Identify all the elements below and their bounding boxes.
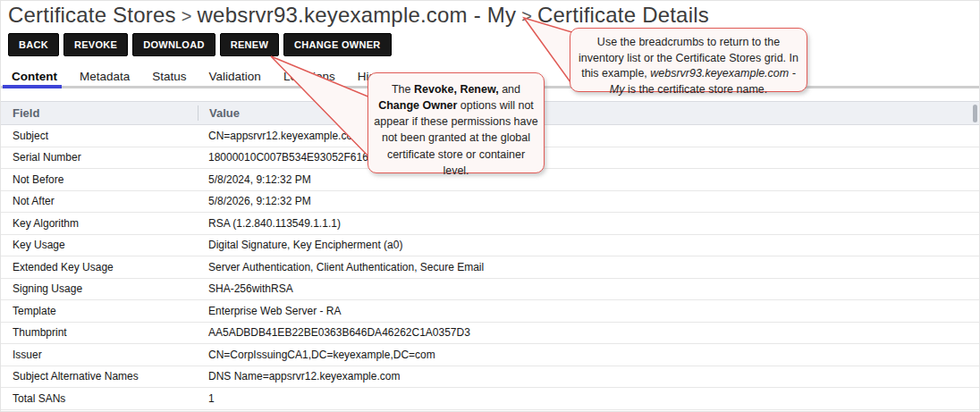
value-cell: SHA-256withRSA	[198, 282, 979, 295]
callout-breadcrumb-note: Use the breadcrumbs to return to the inv…	[570, 28, 807, 92]
callout-text-run: Revoke, Renew,	[414, 83, 499, 96]
field-cell: Total SANs	[1, 392, 198, 405]
breadcrumb: Certificate Stores>websrvr93.keyexample.…	[8, 3, 709, 28]
callout-permissions-note: The Revoke, Renew, and Change Owner opti…	[368, 72, 545, 173]
field-cell: Not After	[1, 195, 198, 207]
callout-text-run: The	[392, 83, 414, 96]
tab-bar: Content Metadata Status Validation Locat…	[10, 70, 397, 83]
table-row: IssuerCN=CorpIssuingCA1,DC=keyexample,DC…	[1, 344, 979, 366]
table-row: Key AlgorithmRSA (1.2.840.113549.1.1.1)	[1, 213, 979, 235]
field-cell: Subject	[1, 130, 198, 142]
toolbar: BACK REVOKE DOWNLOAD RENEW CHANGE OWNER	[8, 33, 392, 56]
field-cell: Template	[1, 305, 198, 317]
value-cell: CN=appsrvr12.keyexample.com	[198, 130, 979, 142]
callout-text-run: Change Owner	[378, 99, 457, 112]
revoke-button[interactable]: REVOKE	[63, 33, 128, 56]
breadcrumb-separator: >	[176, 6, 198, 26]
table-row: TemplateEnterprise Web Server - RA	[1, 300, 979, 323]
table-row: Total SANs1	[1, 388, 979, 410]
breadcrumb-store-name[interactable]: websrvr93.keyexample.com - My	[198, 3, 517, 27]
table-row: Subject Alternative NamesDNS Name=appsrv…	[1, 366, 979, 389]
tab-content[interactable]: Content	[10, 70, 59, 83]
value-cell: Digital Signature, Key Encipherment (a0)	[198, 239, 979, 251]
value-cell: Enterprise Web Server - RA	[198, 305, 979, 317]
table-row: Extended Key UsageServer Authentication,…	[1, 256, 979, 279]
field-cell: Key Usage	[1, 239, 198, 251]
change-owner-button[interactable]: CHANGE OWNER	[283, 33, 392, 56]
field-cell: Thumbprint	[1, 326, 198, 339]
value-cell: 1	[198, 392, 979, 405]
value-cell: Server Authentication, Client Authentica…	[198, 261, 979, 273]
field-cell: Subject Alternative Names	[1, 370, 198, 383]
value-cell: 5/8/2024, 9:12:32 PM	[198, 173, 979, 186]
breadcrumb-certificate-stores[interactable]: Certificate Stores	[8, 3, 176, 27]
value-cell: 18000010C007B534E93052F6160002	[198, 151, 979, 164]
breadcrumb-separator: >	[516, 6, 537, 26]
field-cell: Not Before	[1, 173, 198, 186]
tab-locations[interactable]: Locations	[282, 70, 337, 83]
vertical-scrollbar-thumb[interactable]	[973, 105, 977, 122]
callout-text-run: and	[499, 83, 520, 96]
callout-text-run: is the certificate store name.	[624, 83, 767, 96]
tab-metadata[interactable]: Metadata	[78, 70, 131, 83]
table-row: ThumbprintAA5ADBDB41EB22BE0363B646DA4626…	[1, 323, 979, 345]
field-cell: Serial Number	[1, 151, 198, 164]
field-cell: Extended Key Usage	[1, 261, 198, 273]
value-cell: DNS Name=appsrvr12.keyexample.com	[198, 370, 979, 383]
value-cell: RSA (1.2.840.113549.1.1.1)	[198, 217, 979, 230]
column-header-value: Value	[198, 105, 979, 121]
breadcrumb-current-page: Certificate Details	[537, 3, 709, 27]
value-cell: CN=CorpIssuingCA1,DC=keyexample,DC=com	[198, 349, 979, 361]
tab-validation[interactable]: Validation	[207, 70, 263, 83]
certificate-details-page: Certificate Stores>websrvr93.keyexample.…	[0, 0, 980, 412]
download-button[interactable]: DOWNLOAD	[132, 33, 215, 56]
value-cell: AA5ADBDB41EB22BE0363B646DA46262C1A0357D3	[198, 326, 979, 339]
table-row: Not After5/8/2026, 9:12:32 PM	[1, 191, 979, 214]
back-button[interactable]: BACK	[8, 33, 59, 56]
column-header-field: Field	[1, 106, 198, 120]
field-cell: Key Algorithm	[1, 217, 198, 230]
renew-button[interactable]: RENEW	[220, 33, 279, 56]
value-cell: 5/8/2026, 9:12:32 PM	[198, 195, 979, 207]
table-row: Key UsageDigital Signature, Key Encipher…	[1, 235, 979, 257]
table-row: Signing UsageSHA-256withRSA	[1, 279, 979, 301]
field-cell: Issuer	[1, 349, 198, 361]
tab-status[interactable]: Status	[150, 70, 188, 83]
field-cell: Signing Usage	[1, 282, 198, 295]
active-tab-indicator	[3, 85, 62, 88]
